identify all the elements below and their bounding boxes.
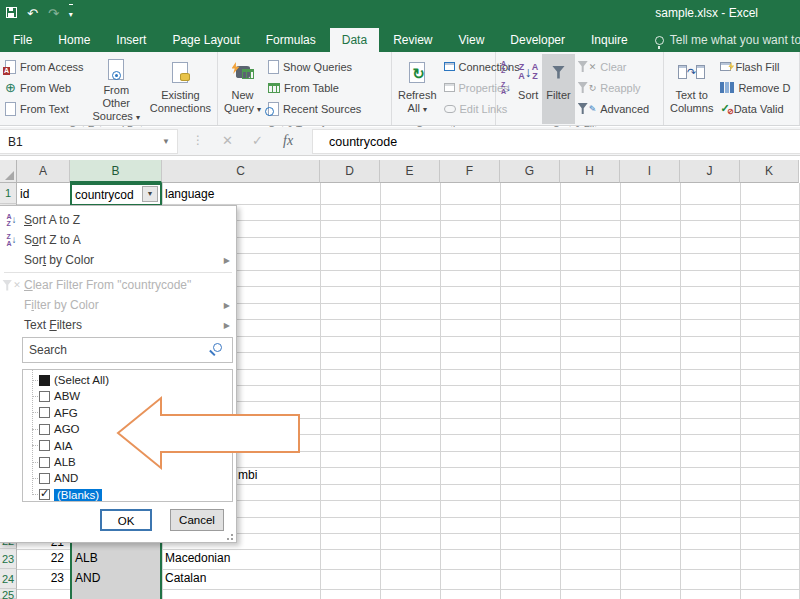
ok-button[interactable]: OK xyxy=(100,509,152,531)
from-other-sources-button[interactable]: From OtherSources ▾ xyxy=(87,54,146,124)
menu-resize-grip[interactable] xyxy=(225,532,233,540)
cell-c23[interactable]: Macedonian xyxy=(165,551,230,565)
checkbox-checked[interactable] xyxy=(39,489,50,500)
button-label: Reapply xyxy=(600,82,640,94)
menu-item-sort-by-color[interactable]: Sort by Color▶ xyxy=(0,250,236,270)
reapply-button[interactable]: ↻Reapply xyxy=(575,77,652,98)
tab-file[interactable]: File xyxy=(1,28,44,52)
filter-value-afg[interactable]: AFG xyxy=(23,405,232,421)
existing-connections-button[interactable]: ExistingConnections xyxy=(146,54,215,124)
column-header-i[interactable]: I xyxy=(620,160,680,183)
cell-a23[interactable]: 22 xyxy=(20,551,64,565)
menu-item-filter-by-color[interactable]: Filter by Color▶ xyxy=(0,295,236,315)
menu-item-text-filters[interactable]: Text Filters▶ xyxy=(0,315,236,335)
enter-entry-icon[interactable]: ✓ xyxy=(252,133,263,148)
from-access-button[interactable]: AFrom Access xyxy=(2,56,87,77)
cell-a1[interactable]: id xyxy=(20,187,29,201)
tab-developer[interactable]: Developer xyxy=(498,28,577,52)
sort-za-button[interactable]: ZA↓ xyxy=(498,77,514,98)
recent-sources-button[interactable]: Recent Sources xyxy=(265,98,364,119)
checkbox-unchecked[interactable] xyxy=(39,457,50,468)
row-header-23[interactable]: 23 xyxy=(0,549,17,569)
filter-search-input[interactable] xyxy=(22,337,233,363)
undo-icon[interactable]: ↶ xyxy=(27,5,38,23)
data-valid-button[interactable]: ✓⊘Data Valid xyxy=(717,98,793,119)
cell-b23[interactable]: ALB xyxy=(75,551,98,565)
tab-home[interactable]: Home xyxy=(46,28,102,52)
column-header-k[interactable]: K xyxy=(740,160,799,183)
tab-view[interactable]: View xyxy=(447,28,497,52)
filter-button[interactable]: Filter xyxy=(542,54,574,124)
row-header-1[interactable]: 1 xyxy=(0,183,17,204)
cell-a24[interactable]: 23 xyxy=(20,571,64,585)
sort-button[interactable]: ZA↓AZSort xyxy=(514,54,542,124)
checkbox-unchecked[interactable] xyxy=(39,407,50,418)
row-header-25[interactable]: 25 xyxy=(0,589,17,599)
checkbox-mixed[interactable] xyxy=(39,375,50,386)
tell-me[interactable]: Tell me what you want to do... xyxy=(655,28,800,52)
tab-page-layout[interactable]: Page Layout xyxy=(160,28,251,52)
menu-item-sort-z-to-a[interactable]: ZA↓Sort Z to A xyxy=(0,230,236,250)
column-header-h[interactable]: H xyxy=(560,160,620,183)
filter-value-aia[interactable]: AIA xyxy=(23,438,232,454)
remove-d-button[interactable]: Remove D xyxy=(717,77,793,98)
show-queries-button[interactable]: Show Queries xyxy=(265,56,364,77)
column-header-f[interactable]: F xyxy=(440,160,500,183)
button-label: From Access xyxy=(20,61,84,73)
button-label: Remove D xyxy=(738,82,790,94)
flash-fill-button[interactable]: Flash Fill xyxy=(717,56,793,77)
name-box[interactable]: B1 xyxy=(0,129,178,154)
column-header-g[interactable]: G xyxy=(500,160,560,183)
checkbox-unchecked[interactable] xyxy=(39,391,50,402)
checkbox-unchecked[interactable] xyxy=(39,424,50,435)
formula-input[interactable]: countrycode xyxy=(312,129,800,154)
tab-insert[interactable]: Insert xyxy=(104,28,158,52)
tab-inquire[interactable]: Inquire xyxy=(579,28,640,52)
ribbon-group-sort-filter: AZ↓ZA↓ZA↓AZSortFilter✕Clear↻Reapply✎Adva… xyxy=(496,52,664,125)
menu-item-sort-a-to-z[interactable]: AZ↓Sort A to Z xyxy=(0,210,236,230)
from-table-button[interactable]: From Table xyxy=(265,77,364,98)
filter-value-select-all[interactable]: (Select All) xyxy=(23,372,232,388)
tab-review[interactable]: Review xyxy=(381,28,444,52)
from-text-button[interactable]: From Text xyxy=(2,98,87,119)
menu-item-clear-filter-from-countrycode[interactable]: ✕Clear Filter From "countrycode" xyxy=(0,275,236,295)
filter-value-alb[interactable]: ALB xyxy=(23,454,232,470)
redo-icon[interactable]: ↷ xyxy=(48,5,59,23)
clear-button[interactable]: ✕Clear xyxy=(575,56,652,77)
filter-value-abw[interactable]: ABW xyxy=(23,388,232,404)
new-query-button[interactable]: NewQuery ▾ xyxy=(220,54,265,124)
b1-filter-dropdown-button[interactable]: ▼ xyxy=(142,186,158,202)
formula-bar-splitter[interactable]: ⋮ xyxy=(192,133,204,147)
select-all-corner[interactable] xyxy=(0,160,17,183)
cell-b24[interactable]: AND xyxy=(75,571,100,585)
column-header-j[interactable]: J xyxy=(680,160,740,183)
cell-c1[interactable]: language xyxy=(165,187,214,201)
cell-c24[interactable]: Catalan xyxy=(165,571,206,585)
tab-formulas[interactable]: Formulas xyxy=(254,28,328,52)
cancel-entry-icon[interactable]: ✕ xyxy=(222,133,233,148)
save-icon[interactable] xyxy=(6,5,17,23)
name-box-caret-icon[interactable]: ▼ xyxy=(162,137,170,146)
submenu-arrow-icon: ▶ xyxy=(224,256,230,265)
column-header-e[interactable]: E xyxy=(380,160,440,183)
filter-value-blanks[interactable]: (Blanks) xyxy=(23,487,232,502)
filter-value-ago[interactable]: AGO xyxy=(23,421,232,437)
insert-function-icon[interactable]: fx xyxy=(283,133,293,149)
filter-value-and[interactable]: AND xyxy=(23,470,232,486)
column-header-c[interactable]: C xyxy=(162,160,320,183)
qat-customize-icon[interactable]: ▾ xyxy=(69,4,73,24)
column-header-b[interactable]: B xyxy=(70,160,162,183)
column-header-d[interactable]: D xyxy=(320,160,380,183)
sort-az-button[interactable]: AZ↓ xyxy=(498,56,514,77)
filter-value-label: ABW xyxy=(54,390,80,402)
checkbox-unchecked[interactable] xyxy=(39,473,50,484)
cancel-button[interactable]: Cancel xyxy=(170,509,224,531)
tab-data[interactable]: Data xyxy=(330,28,379,52)
text-to-columns-button[interactable]: ↷Text toColumns xyxy=(666,54,717,124)
row-header-24[interactable]: 24 xyxy=(0,569,17,589)
column-header-a[interactable]: A xyxy=(17,160,70,183)
from-web-button[interactable]: ⊕From Web xyxy=(2,77,87,98)
advanced-button[interactable]: ✎Advanced xyxy=(575,98,652,119)
checkbox-unchecked[interactable] xyxy=(39,440,50,451)
refresh-all-button[interactable]: ↻RefreshAll ▾ xyxy=(394,54,441,124)
